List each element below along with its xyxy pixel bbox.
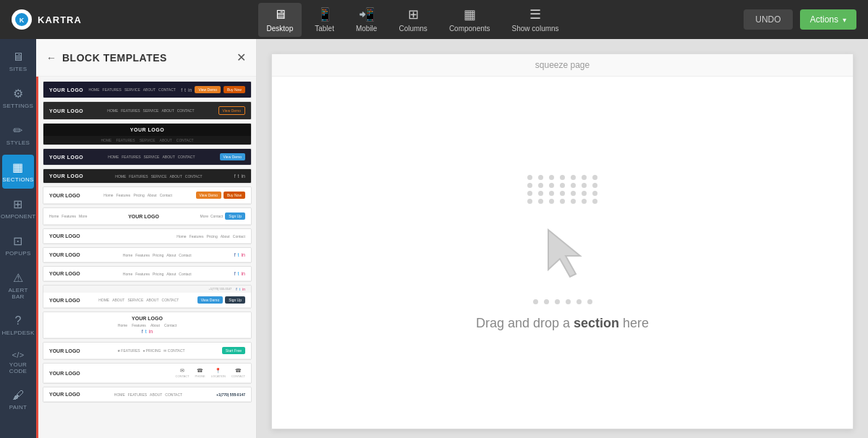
cursor-icon <box>534 223 592 280</box>
tpl-cta-btn: View Demo <box>218 106 245 115</box>
template-item[interactable]: YOUR LOGO HOMEFEATURESSERVICEABOUTCONTAC… <box>43 148 252 166</box>
tpl-nav: HOME ABOUT SERVICE ABOUT CONTACT <box>98 298 179 302</box>
template-item[interactable]: YOUR LOGO Home Features Pricing About Co… <box>43 247 252 263</box>
tpl-nav: HOMEFEATURESSERVICEABOUTCONTACT <box>89 87 176 92</box>
tpl-logo: YOUR LOGO <box>49 371 80 376</box>
undo-button[interactable]: UNDO <box>744 9 792 30</box>
tpl-logo: YOUR LOGO <box>128 214 159 219</box>
show-columns-icon: ☰ <box>529 7 541 22</box>
canvas-area: squeeze page <box>257 39 868 438</box>
back-icon: ← <box>46 52 56 64</box>
tpl-nav: HOMEFEATURESSERVICEABOUTCONTACT <box>107 108 194 113</box>
template-item[interactable]: YOUR LOGO Home Features Pricing About Co… <box>43 266 252 282</box>
desktop-label: Desktop <box>267 25 294 33</box>
sidebar-item-label: STYLES <box>7 139 30 146</box>
actions-label: Actions <box>810 14 838 25</box>
tpl-social: f t in <box>49 329 245 334</box>
toolbar-center: 🖥 Desktop 📱 Tablet 📲 Mobile ⊞ Columns ▦ … <box>258 2 568 37</box>
tpl-cta-btn: View Demo <box>220 153 245 160</box>
mobile-btn[interactable]: 📲 Mobile <box>347 2 386 37</box>
sidebar-item-styles[interactable]: ✏ STYLES <box>2 118 34 152</box>
columns-icon: ⊞ <box>408 7 419 22</box>
tpl-logo: YOUR LOGO <box>49 298 80 303</box>
tpl-topbar-social: f t in <box>236 287 245 291</box>
template-item[interactable]: YOUR LOGO Home Features Pricing About Co… <box>43 228 252 244</box>
template-item[interactable]: YOUR LOGO Home Features Pricing About Co… <box>43 186 252 205</box>
tpl-nav: HOMEFEATURESSERVICEABOUTCONTACT <box>115 174 202 179</box>
sections-icon: ▦ <box>12 160 23 174</box>
columns-btn[interactable]: ⊞ Columns <box>390 2 435 37</box>
show-columns-btn[interactable]: ☰ Show columns <box>503 2 568 37</box>
tpl-social: ftin <box>234 173 245 179</box>
sidebar-item-components[interactable]: ⊞ COMPONENTS <box>2 192 34 226</box>
show-columns-label: Show columns <box>512 25 559 33</box>
sidebar-item-label: SITES <box>9 66 27 72</box>
sidebar-item-paint[interactable]: 🖌 PAINT <box>2 383 34 416</box>
tpl-logo: YOUR LOGO <box>49 392 80 397</box>
sidebar-item-popups[interactable]: ⊡ POPUPS <box>2 228 34 262</box>
actions-button[interactable]: Actions ▾ <box>800 9 856 30</box>
back-button[interactable]: ← <box>46 52 56 64</box>
template-item[interactable]: Home Features More YOUR LOGO More Contac… <box>43 207 252 226</box>
template-item[interactable]: YOUR LOGO ✉ CONTACT ☎ PHONE 📍 LOCATION <box>43 363 252 384</box>
components-icon: ⊞ <box>13 197 22 211</box>
template-item[interactable]: YOUR LOGO Home Features About Contact f … <box>43 312 252 339</box>
tpl-btn1: View Demo <box>196 192 221 199</box>
template-item[interactable]: YOUR LOGO HOME FEATURES SERVICE ABOUT CO… <box>43 123 252 145</box>
sites-icon: 🖥 <box>12 51 24 64</box>
tpl-nav: Home Features Pricing About Contact <box>176 234 245 239</box>
template-item[interactable]: YOUR LOGO HOMEFEATURESSERVICEABOUTCONTAC… <box>43 101 252 120</box>
template-item[interactable]: YOUR LOGO HOME FEATURES ABOUT CONTACT +1… <box>43 387 252 403</box>
sidebar-item-alert-bar[interactable]: ⚠ ALERT BAR <box>2 265 34 306</box>
tpl-icon-nav: ✉ CONTACT ☎ PHONE 📍 LOCATION ☎ <box>176 368 245 378</box>
logo-icon: K <box>12 9 32 30</box>
tpl-logo: YOUR LOGO <box>49 252 80 257</box>
sidebar-item-label: ALERT BAR <box>5 287 31 300</box>
components-label: Components <box>449 25 490 33</box>
tpl-social: f t in <box>234 271 245 276</box>
desktop-btn[interactable]: 🖥 Desktop <box>258 3 302 37</box>
canvas-drop-zone[interactable]: Drag and drop a section here <box>272 77 853 429</box>
tpl-nav: Home Features Pricing About Contact <box>123 272 192 276</box>
sidebar-item-label: YOUR CODE <box>5 361 31 374</box>
tpl-logo: YOUR LOGO <box>49 233 80 239</box>
panel-header: ← BLOCK TEMPLATES ✕ <box>36 39 256 77</box>
code-icon: </> <box>12 351 25 359</box>
block-panel: ← BLOCK TEMPLATES ✕ YOUR LOGO HOMEFEATUR… <box>36 39 257 438</box>
alert-icon: ⚠ <box>13 271 23 285</box>
columns-label: Columns <box>399 25 427 33</box>
mobile-label: Mobile <box>356 25 377 33</box>
tablet-icon: 📱 <box>317 7 333 22</box>
sidebar-item-label: SECTIONS <box>2 176 33 183</box>
tpl-nav: HOME FEATURES ABOUT CONTACT <box>114 392 182 397</box>
tpl-social: ftin <box>181 87 192 93</box>
panel-content: YOUR LOGO HOMEFEATURESSERVICEABOUTCONTAC… <box>36 77 256 438</box>
tpl-social: f t in <box>234 252 245 257</box>
template-item[interactable]: +1(770) 555-0147 f t in YOUR LOGO HOME A… <box>43 285 252 309</box>
sidebar-item-settings[interactable]: ⚙ SETTINGS <box>2 81 34 115</box>
template-item[interactable]: YOUR LOGO HOMEFEATURESSERVICEABOUTCONTAC… <box>43 81 252 98</box>
close-button[interactable]: ✕ <box>237 51 246 64</box>
tablet-btn[interactable]: 📱 Tablet <box>306 2 343 37</box>
tablet-label: Tablet <box>315 25 334 33</box>
template-item[interactable]: YOUR LOGO HOMEFEATURESSERVICEABOUTCONTAC… <box>43 168 252 184</box>
desktop-icon: 🖥 <box>273 7 286 22</box>
components-btn[interactable]: ▦ Components <box>441 2 499 37</box>
tpl-cta-btn: Start Free <box>222 347 245 354</box>
tpl-logo: YOUR LOGO <box>49 193 80 198</box>
mobile-icon: 📲 <box>359 7 375 22</box>
sidebar-item-sections[interactable]: ▦ SECTIONS <box>2 155 34 189</box>
gear-icon: ⚙ <box>13 87 23 100</box>
tpl-nav: Home Features More <box>49 214 87 218</box>
tpl-nav: Home Features Pricing About Contact <box>123 253 192 257</box>
template-item[interactable]: YOUR LOGO ★ FEATURES ♦ PRICING ✉ CONTACT… <box>43 342 252 360</box>
sidebar-item-your-code[interactable]: </> YOUR CODE <box>2 345 34 380</box>
tpl-btn2: Buy Now <box>224 86 245 93</box>
sidebar-item-helpdesk[interactable]: ? HELPDESK <box>2 309 34 342</box>
tpl-cta-btn: View Demo <box>195 86 220 93</box>
tpl-logo: YOUR LOGO <box>49 87 83 93</box>
tpl-logo: YOUR LOGO <box>49 173 83 179</box>
sidebar-item-sites[interactable]: 🖥 SITES <box>2 45 34 78</box>
chevron-down-icon: ▾ <box>843 16 846 24</box>
panel-title: BLOCK TEMPLATES <box>62 52 167 64</box>
